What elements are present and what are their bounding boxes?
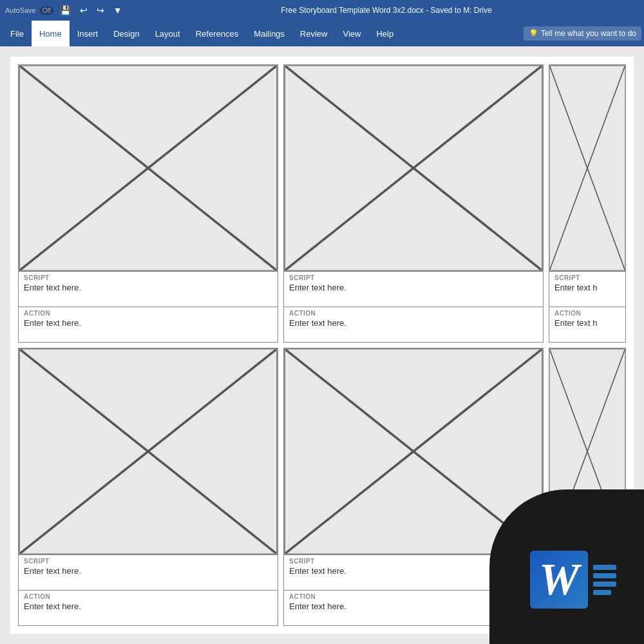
script-text-2-1[interactable]: Enter text here. xyxy=(24,566,272,576)
autosave-state: Off xyxy=(43,7,51,14)
image-placeholder-1-2 xyxy=(284,65,543,271)
word-w-container: W xyxy=(530,551,588,609)
tab-mailings[interactable]: Mailings xyxy=(246,21,292,46)
action-section-1-2[interactable]: ACTION Enter text here. xyxy=(284,307,543,342)
word-line-4 xyxy=(593,590,611,595)
storyboard-cell-1-2: SCRIPT Enter text here. ACTION Enter tex… xyxy=(283,64,544,343)
script-text-1-3[interactable]: Enter text h xyxy=(554,283,620,292)
image-placeholder-1-1 xyxy=(19,65,278,271)
script-section-2-1[interactable]: SCRIPT Enter text here. xyxy=(19,554,278,590)
script-section-1-2[interactable]: SCRIPT Enter text here. xyxy=(284,271,543,307)
autosave-label: AutoSave xyxy=(5,6,36,14)
save-icon[interactable]: 💾 xyxy=(57,4,73,17)
script-label-1-1: SCRIPT xyxy=(24,274,272,281)
action-section-1-1[interactable]: ACTION Enter text here. xyxy=(19,307,278,342)
word-logo-overlay: W xyxy=(489,489,644,644)
action-text-1-1[interactable]: Enter text here. xyxy=(24,318,272,328)
word-line-3 xyxy=(593,582,616,587)
undo-icon[interactable]: ↩ xyxy=(77,4,90,17)
action-text-1-3[interactable]: Enter text h xyxy=(554,318,620,328)
tab-review[interactable]: Review xyxy=(292,21,336,46)
image-placeholder-2-1 xyxy=(19,348,278,554)
lightbulb-icon: 💡 xyxy=(529,29,538,38)
title-bar-left: AutoSave Off 💾 ↩ ↪ ▼ xyxy=(5,4,134,17)
tell-me-placeholder: Tell me what you want to do xyxy=(541,29,636,38)
script-section-1-1[interactable]: SCRIPT Enter text here. xyxy=(19,271,278,307)
tab-home[interactable]: Home xyxy=(32,21,70,46)
script-label-2-1: SCRIPT xyxy=(24,558,272,565)
redo-icon[interactable]: ↪ xyxy=(94,4,107,17)
title-bar: AutoSave Off 💾 ↩ ↪ ▼ Free Storyboard Tem… xyxy=(0,0,644,21)
image-placeholder-1-3 xyxy=(549,65,625,271)
action-section-2-1[interactable]: ACTION Enter text here. xyxy=(19,590,278,625)
tab-help[interactable]: Help xyxy=(368,21,401,46)
script-text-1-2[interactable]: Enter text here. xyxy=(289,283,538,292)
action-label-1-2: ACTION xyxy=(289,310,538,317)
storyboard-cell-1-1: SCRIPT Enter text here. ACTION Enter tex… xyxy=(18,64,278,343)
action-text-2-1[interactable]: Enter text here. xyxy=(24,601,272,611)
action-section-1-3[interactable]: ACTION Enter text h xyxy=(549,307,625,342)
autosave-toggle[interactable]: Off xyxy=(40,6,53,15)
script-label-1-2: SCRIPT xyxy=(289,274,538,281)
ribbon: File Home Insert Design Layout Reference… xyxy=(0,21,644,46)
word-logo-inner: W xyxy=(530,551,616,609)
tell-me-search[interactable]: 💡 Tell me what you want to do xyxy=(524,26,641,41)
word-line-1 xyxy=(593,565,616,570)
tab-view[interactable]: View xyxy=(335,21,368,46)
script-label-1-3: SCRIPT xyxy=(554,274,620,281)
customize-icon[interactable]: ▼ xyxy=(111,4,125,17)
action-text-1-2[interactable]: Enter text here. xyxy=(289,318,538,328)
word-w-letter: W xyxy=(539,557,579,602)
action-label-2-1: ACTION xyxy=(24,593,272,600)
action-label-1-1: ACTION xyxy=(24,310,272,317)
word-line-2 xyxy=(593,573,616,578)
storyboard-cell-1-3: SCRIPT Enter text h ACTION Enter text h xyxy=(549,64,626,343)
tab-design[interactable]: Design xyxy=(106,21,147,46)
tab-layout[interactable]: Layout xyxy=(147,21,188,46)
action-label-1-3: ACTION xyxy=(554,310,620,317)
word-logo: W xyxy=(530,551,616,609)
word-lines xyxy=(593,565,616,595)
tab-references[interactable]: References xyxy=(188,21,246,46)
script-section-1-3[interactable]: SCRIPT Enter text h xyxy=(549,271,625,307)
tab-file[interactable]: File xyxy=(3,21,32,46)
storyboard-cell-2-1: SCRIPT Enter text here. ACTION Enter tex… xyxy=(18,348,278,626)
document-area: SCRIPT Enter text here. ACTION Enter tex… xyxy=(0,46,644,644)
document-title: Free Storyboard Template Word 3x2.docx -… xyxy=(134,6,639,15)
tab-insert[interactable]: Insert xyxy=(70,21,106,46)
script-text-1-1[interactable]: Enter text here. xyxy=(24,283,272,292)
